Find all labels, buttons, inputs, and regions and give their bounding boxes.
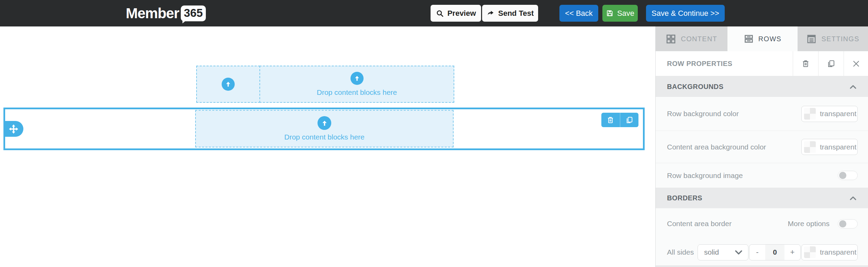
email-canvas: Drop content blocks here <box>0 26 655 267</box>
logo-badge: 365 <box>181 5 206 21</box>
save-label: Save <box>617 9 634 18</box>
color-value: transparent <box>820 143 856 151</box>
delete-row-panel-button[interactable] <box>793 51 818 76</box>
border-width-stepper: - 0 + <box>749 244 801 260</box>
arrow-up-icon <box>222 78 235 91</box>
row-action-buttons <box>601 113 638 127</box>
section-backgrounds[interactable]: BACKGROUNDS <box>656 76 868 97</box>
trash-icon <box>606 116 615 124</box>
border-controls: solid - 0 + transparent <box>698 244 858 260</box>
close-panel-button[interactable] <box>844 51 868 76</box>
preview-label: Preview <box>447 9 476 18</box>
property-label: All sides <box>667 248 694 256</box>
move-icon <box>8 124 19 134</box>
row-background-color-picker[interactable]: transparent <box>801 106 858 122</box>
transparent-swatch <box>804 141 816 153</box>
row-background-image-row: Row background image <box>656 163 868 188</box>
transparent-swatch <box>804 246 816 258</box>
drop-zone-small[interactable] <box>196 66 260 103</box>
email-builder: Member 365 Preview Send Test << Back Sav… <box>0 0 868 267</box>
content-area-background-color-row: Content area background color transparen… <box>656 131 868 163</box>
floppy-disk-icon <box>606 9 614 17</box>
next-section-edge <box>656 265 868 267</box>
tab-label: CONTENT <box>681 35 717 43</box>
back-label: << Back <box>565 9 593 18</box>
content-area-border-toggle[interactable] <box>838 219 858 229</box>
grid-icon <box>666 34 676 44</box>
duplicate-row-button[interactable] <box>620 113 639 127</box>
tab-label: ROWS <box>758 35 781 43</box>
drop-zone-selected-row[interactable]: Drop content blocks here <box>195 110 454 147</box>
top-bar: Member 365 Preview Send Test << Back Sav… <box>0 0 868 26</box>
decrease-border-width-button[interactable]: - <box>749 245 765 260</box>
drop-zone-label: Drop content blocks here <box>284 133 364 141</box>
duplicate-row-panel-button[interactable] <box>818 51 844 76</box>
more-options-group: More options <box>788 219 858 229</box>
tab-settings[interactable]: SETTINGS <box>798 26 868 51</box>
arrow-up-icon <box>318 116 331 130</box>
more-options-label: More options <box>788 220 830 228</box>
tab-rows[interactable]: ROWS <box>727 26 798 51</box>
property-label: Row background image <box>667 171 743 180</box>
section-title: BACKGROUNDS <box>667 83 723 91</box>
property-label: Content area border <box>667 220 732 228</box>
content-area-border-row: Content area border More options <box>656 208 868 239</box>
send-test-button[interactable]: Send Test <box>482 5 538 22</box>
save-continue-button[interactable]: Save & Continue >> <box>646 5 725 22</box>
row-background-color-row: Row background color transparent <box>656 97 868 131</box>
close-icon <box>852 59 861 68</box>
border-width-value[interactable]: 0 <box>765 245 784 260</box>
properties-sidebar: CONTENT ROWS <box>655 26 868 267</box>
delete-row-button[interactable] <box>601 113 620 127</box>
tab-label: SETTINGS <box>821 35 859 43</box>
color-value: transparent <box>820 110 856 118</box>
tab-content[interactable]: CONTENT <box>656 26 727 51</box>
border-style-value: solid <box>704 248 719 256</box>
search-icon <box>436 9 444 18</box>
back-button[interactable]: << Back <box>559 5 598 22</box>
drop-zone-label: Drop content blocks here <box>317 88 397 97</box>
chevron-up-icon <box>850 196 856 200</box>
panel-header: ROW PROPERTIES <box>656 51 868 76</box>
all-sides-row: All sides solid - 0 + transparent <box>656 239 868 265</box>
selected-row[interactable]: Drop content blocks here <box>3 108 645 150</box>
arrow-up-icon <box>350 72 364 85</box>
drop-zone-wide[interactable]: Drop content blocks here <box>259 66 454 103</box>
content-area-background-color-picker[interactable]: transparent <box>801 139 858 155</box>
save-button[interactable]: Save <box>602 5 638 22</box>
sidebar-tabs: CONTENT ROWS <box>656 26 868 51</box>
logo-text: Member <box>126 5 179 22</box>
member365-logo: Member 365 <box>126 0 206 26</box>
save-continue-label: Save & Continue >> <box>652 9 719 18</box>
property-label: Row background color <box>667 110 739 118</box>
send-test-label: Send Test <box>498 9 534 18</box>
copy-icon <box>826 59 836 68</box>
chevron-up-icon <box>850 85 856 89</box>
row-two-columns: Drop content blocks here <box>196 66 454 103</box>
section-borders[interactable]: BORDERS <box>656 188 868 208</box>
increase-border-width-button[interactable]: + <box>784 245 800 260</box>
preview-button[interactable]: Preview <box>431 5 481 22</box>
panel-title: ROW PROPERTIES <box>656 51 793 76</box>
settings-doc-icon <box>806 34 817 44</box>
row-background-image-toggle[interactable] <box>838 171 858 180</box>
section-title: BORDERS <box>667 194 702 202</box>
trash-icon <box>801 59 810 68</box>
border-style-dropdown[interactable]: solid <box>698 244 748 260</box>
copy-icon <box>625 116 634 124</box>
row-drag-handle[interactable] <box>3 121 23 137</box>
property-label: Content area background color <box>667 143 766 151</box>
forward-arrow-icon <box>487 9 495 18</box>
color-value: transparent <box>820 248 856 256</box>
chevron-down-icon <box>735 250 742 255</box>
transparent-swatch <box>804 108 816 120</box>
rows-icon <box>744 34 754 44</box>
border-color-picker[interactable]: transparent <box>801 244 858 260</box>
